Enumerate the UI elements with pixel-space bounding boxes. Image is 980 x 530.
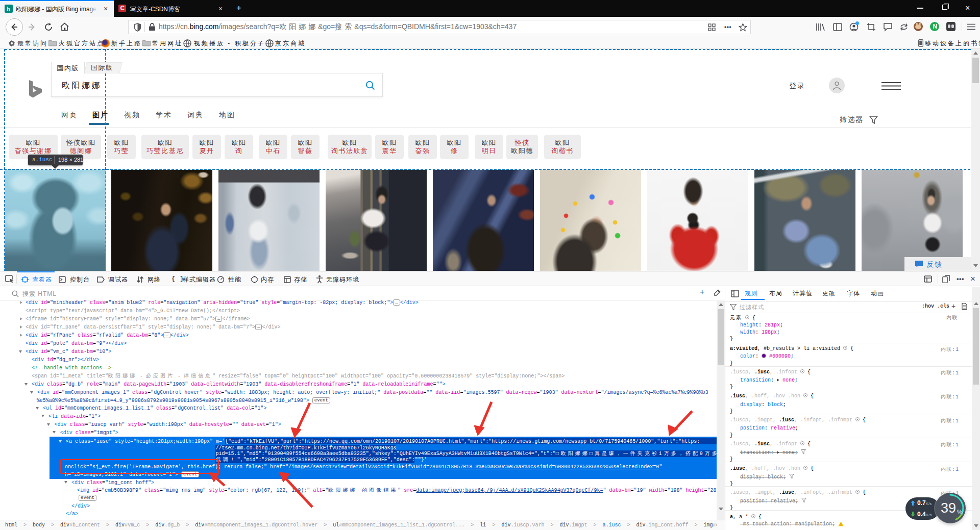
svg-text:%: % (957, 509, 963, 516)
svg-text:39: 39 (941, 500, 956, 516)
